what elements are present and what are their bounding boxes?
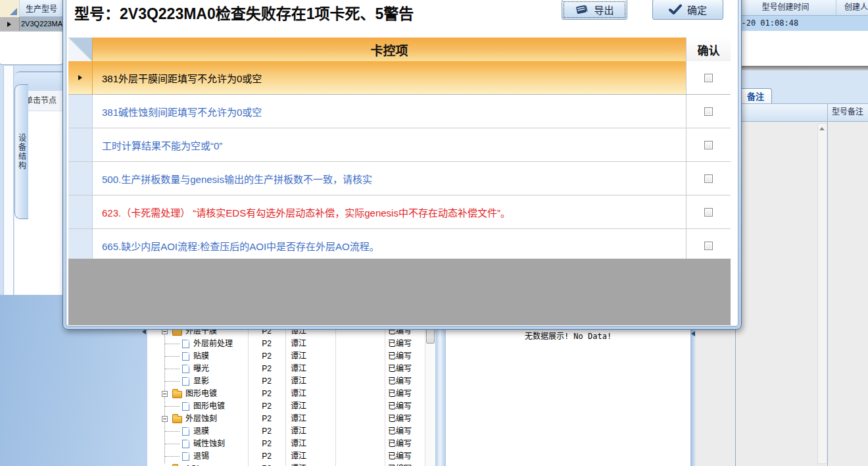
owner-cell: 谭江 [291,388,306,400]
check-table-row[interactable]: 665.缺少内层AOI流程:检查压后的AOI中是否存在外层AO流程。 [68,229,731,263]
row-selector-cell[interactable] [68,229,93,262]
row-selector-cell[interactable] [68,61,93,94]
folder-icon [172,416,182,423]
stage-cell: P2 [248,438,285,450]
creator-column-header[interactable]: 创建人 [836,0,868,15]
row-selector-cell[interactable] [68,162,93,195]
check-table-row[interactable]: 381外层干膜间距填写不允许为0或空 [68,61,731,95]
check-item-text[interactable]: 665.缺少内层AOI流程:检查压后的AOI中是否存在外层AO流程。 [93,229,686,262]
confirm-checkbox[interactable] [704,242,713,250]
status-cell: 已编写 [388,463,412,466]
process-tree-row[interactable]: 外层蚀刻 P2 谭江 已编写 [147,413,435,425]
tree-node-label[interactable]: 外层前处理 [193,338,233,350]
confirm-cell [686,195,731,228]
tree-node-label[interactable]: 外层蚀刻 [185,413,217,425]
export-button[interactable]: 导出 [562,0,627,20]
created-time-column-header[interactable]: 型号创建时间 [735,0,836,15]
tree-node-label[interactable]: AOI [185,463,199,466]
status-cell: 已编写 [388,400,412,413]
confirm-checkbox[interactable] [704,174,713,183]
tree-connector [165,444,180,444]
check-table-row[interactable]: 381碱性蚀刻间距填写不允许为0或空 [68,95,731,128]
file-icon [182,402,189,411]
tree-connector [165,369,180,369]
check-icon [669,4,682,15]
confirm-checkbox[interactable] [704,208,713,217]
status-cell: 已编写 [388,350,412,363]
file-icon [182,440,189,448]
status-cell: 已编写 [388,338,412,350]
splitter-collapse-right-icon[interactable] [691,331,695,336]
collapse-toggle-icon[interactable] [162,416,168,422]
empty-grid-area [68,259,731,325]
owner-cell: 谭江 [291,363,306,375]
check-item-text[interactable]: 623.（卡死需处理） “请核实EDS有勾选外层动态补偿，实际genesis中不… [93,195,686,228]
current-row-marker-icon [78,75,82,80]
notes-scrollbar[interactable] [817,123,827,464]
tree-node-label[interactable]: 曝光 [193,363,209,375]
created-time-cell[interactable]: 06-20 01:08:48 [735,16,868,31]
check-table-row[interactable]: 623.（卡死需处理） “请核实EDS有勾选外层动态补偿，实际genesis中不… [68,195,731,229]
confirm-cell [686,61,731,94]
collapse-toggle-icon[interactable] [162,391,168,397]
confirm-checkbox[interactable] [704,141,713,149]
row-selector-cell[interactable] [68,128,93,161]
tree-node-label[interactable]: 显影 [193,375,209,388]
grid-corner-cell[interactable] [0,0,20,17]
tree-connector [165,344,180,344]
confirm-checkbox[interactable] [704,74,713,82]
process-tree-row[interactable]: 退膜 P2 谭江 已编写 [147,425,435,438]
check-table-row[interactable]: 500.生产拼板数量与genesis输出的生产拼板数不一致，请核实 [68,162,731,195]
process-tree-row[interactable]: 图形电镀 P2 谭江 已编写 [147,388,435,400]
model-row[interactable]: 2V3Q223MA [0,17,63,32]
row-selector-cell[interactable] [68,95,93,128]
tree-scrollbar[interactable] [425,325,435,466]
row-marker-cell [0,17,20,31]
tab-notes[interactable]: 备注 [739,88,772,103]
tree-node-label[interactable]: 图形电镀 [193,400,225,413]
check-table-row[interactable]: 工时计算结果不能为空或“0” [68,128,731,162]
tab-device-structure[interactable]: 设备结构 [14,84,28,219]
check-item-text[interactable]: 381碱性蚀刻间距填写不允许为0或空 [93,95,686,128]
confirm-checkbox[interactable] [704,107,713,116]
tree-node-label[interactable]: 图形电镀 [185,388,217,400]
owner-cell: 谭江 [291,450,306,463]
app-window: 生产型号 2V3Q223MA 型号创建时间 创建人 06-20 01:08:48… [0,0,868,466]
vertical-splitter[interactable] [435,325,446,466]
process-tree-row[interactable]: 退锡 P2 谭江 已编写 [147,450,435,463]
current-row-marker-icon [7,22,11,27]
item-column-header[interactable]: 卡控项 [93,38,686,61]
file-icon [182,452,189,461]
process-tree-row[interactable]: 图形电镀 P2 谭江 已编写 [147,400,435,413]
process-tree-row[interactable]: AOI P2 谭江 已编写 [147,463,435,466]
check-item-text[interactable]: 500.生产拼板数量与genesis输出的生产拼板数不一致，请核实 [93,162,686,195]
scroll-up-icon[interactable] [819,127,825,130]
model-cell[interactable]: 2V3Q223MA [20,17,63,31]
process-tree-row[interactable]: 显影 P2 谭江 已编写 [147,375,435,388]
splitter-collapse-left-icon[interactable] [142,329,146,334]
tree-node-label[interactable]: 退锡 [193,450,209,463]
tree-node-label[interactable]: 退膜 [193,425,209,438]
process-tree-row[interactable]: 外层前处理 P2 谭江 已编写 [147,338,435,350]
dialog-title: 型号：2V3Q223MA0检查失败存在1项卡死、5警告 [74,1,414,24]
model-notes-column-header[interactable]: 型号备注 [832,104,863,120]
owner-cell: 谭江 [291,438,306,450]
ok-button[interactable]: 确定 [652,0,723,20]
check-item-text[interactable]: 381外层干膜间距填写不允许为0或空 [93,61,686,94]
tree-node-label[interactable]: 贴膜 [193,350,209,363]
status-cell: 已编写 [388,375,412,388]
tree-node-label[interactable]: 碱性蚀刻 [193,438,225,450]
table-corner-cell[interactable] [68,38,93,61]
process-tree-row[interactable]: 贴膜 P2 谭江 已编写 [147,350,435,363]
confirm-column-header[interactable]: 确认 [686,38,731,61]
row-selector-cell[interactable] [68,195,93,228]
check-table: 卡控项 确认 381外层干膜间距填写不允许为0或空 381碱性蚀刻间距填写不允许… [68,38,731,263]
check-item-text[interactable]: 工时计算结果不能为空或“0” [93,128,686,161]
model-column-header[interactable]: 生产型号 [20,0,63,17]
stage-cell: P2 [248,463,285,466]
process-tree-row[interactable]: 曝光 P2 谭江 已编写 [147,363,435,375]
horizontal-splitter[interactable] [735,66,868,70]
right-splitter-band[interactable] [690,325,696,466]
process-tree-row[interactable]: 碱性蚀刻 P2 谭江 已编写 [147,438,435,450]
tree-connector [165,381,180,382]
